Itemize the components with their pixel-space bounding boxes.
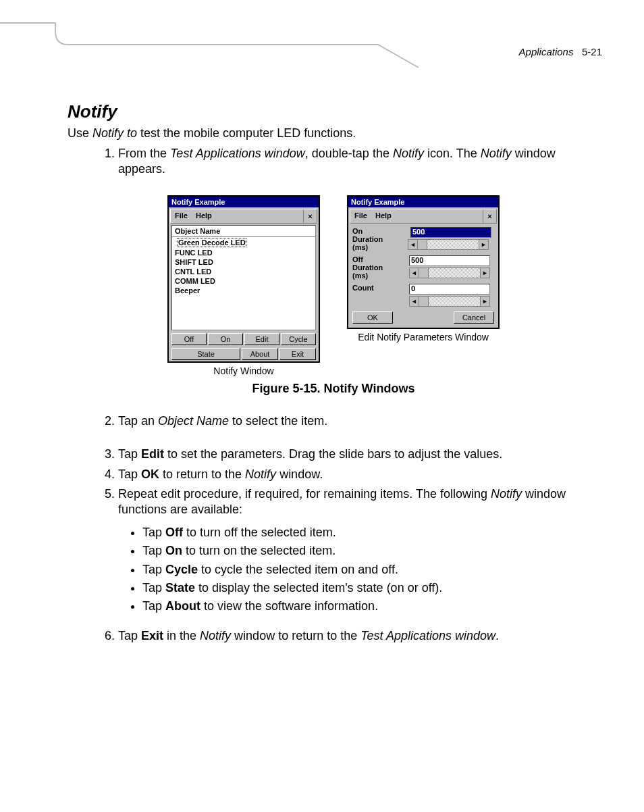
bullet-item: Tap About to view the software informati… bbox=[142, 599, 599, 614]
step-2: Tap an Object Name to select the item. bbox=[118, 413, 599, 429]
ok-button[interactable]: OK bbox=[352, 311, 393, 324]
arrow-right-icon[interactable]: ► bbox=[480, 297, 489, 306]
section-title: Notify bbox=[68, 101, 599, 122]
page-header-decor bbox=[0, 22, 644, 69]
list-item[interactable]: FUNC LED bbox=[172, 248, 315, 257]
slider[interactable]: ◄► bbox=[408, 239, 489, 250]
page-number: 5-21 bbox=[582, 46, 602, 57]
edit-params-window: Notify Example File Help × OnDuration(ms… bbox=[347, 195, 500, 330]
menubar: File Help × bbox=[350, 209, 497, 224]
slider[interactable]: ◄► bbox=[409, 296, 490, 307]
section-name: Applications bbox=[519, 46, 574, 57]
param-label: Count bbox=[352, 284, 406, 292]
arrow-left-icon[interactable]: ◄ bbox=[408, 240, 418, 249]
value-input[interactable]: 500 bbox=[409, 255, 490, 266]
object-list[interactable]: Object Name Green Decode LEDFUNC LEDSHIF… bbox=[171, 225, 316, 330]
close-icon[interactable]: × bbox=[483, 209, 496, 223]
menu-file[interactable]: File bbox=[171, 209, 192, 223]
param-row: Count0◄► bbox=[348, 282, 498, 309]
slider[interactable]: ◄► bbox=[409, 268, 490, 278]
figure-left-caption: Notify Window bbox=[167, 365, 320, 376]
menubar: File Help × bbox=[170, 209, 317, 224]
step-1: From the Test Applications window, doubl… bbox=[118, 146, 599, 178]
step-4: Tap OK to return to the Notify window. bbox=[118, 467, 599, 482]
param-label: OnDuration(ms) bbox=[352, 227, 405, 251]
arrow-right-icon[interactable]: ► bbox=[480, 268, 489, 278]
state-button[interactable]: State bbox=[171, 348, 240, 360]
page-header: Applications 5-21 bbox=[519, 46, 602, 57]
bullet-item: Tap Cycle to cycle the selected item on … bbox=[142, 562, 599, 578]
bullet-item: Tap Off to turn off the selected item. bbox=[142, 525, 599, 540]
intro-text: Use Notify to test the mobile computer L… bbox=[68, 126, 599, 141]
titlebar: Notify Example bbox=[169, 197, 319, 207]
on-button[interactable]: On bbox=[208, 333, 243, 345]
step-5: Repeat edit procedure, if required, for … bbox=[118, 486, 599, 615]
arrow-left-icon[interactable]: ◄ bbox=[410, 268, 419, 278]
off-button[interactable]: Off bbox=[171, 333, 207, 345]
edit-button[interactable]: Edit bbox=[244, 333, 279, 345]
value-input[interactable]: 500 bbox=[410, 227, 491, 238]
list-item[interactable]: Green Decode LED bbox=[172, 237, 315, 248]
menu-help[interactable]: Help bbox=[192, 209, 216, 223]
list-item[interactable]: Beeper bbox=[172, 286, 315, 295]
list-item[interactable]: SHIFT LED bbox=[172, 257, 315, 267]
value-input[interactable]: 0 bbox=[409, 284, 490, 295]
exit-button[interactable]: Exit bbox=[279, 348, 316, 360]
titlebar: Notify Example bbox=[348, 197, 498, 207]
menu-file[interactable]: File bbox=[350, 209, 371, 223]
list-header: Object Name bbox=[172, 226, 315, 237]
bullet-item: Tap On to turn on the selected item. bbox=[142, 543, 599, 559]
cycle-button[interactable]: Cycle bbox=[281, 333, 316, 345]
param-row: OffDuration(ms)500◄► bbox=[348, 253, 498, 282]
bullet-item: Tap State to display the selected item's… bbox=[142, 580, 599, 596]
arrow-left-icon[interactable]: ◄ bbox=[410, 297, 419, 306]
about-button[interactable]: About bbox=[242, 348, 278, 360]
list-item[interactable]: CNTL LED bbox=[172, 267, 315, 276]
param-row: OnDuration(ms)500◄► bbox=[348, 225, 498, 253]
notify-window: Notify Example File Help × Object Name G… bbox=[167, 195, 320, 363]
step-6: Tap Exit in the Notify window to return … bbox=[118, 628, 599, 644]
menu-help[interactable]: Help bbox=[371, 209, 396, 223]
figure-group: Notify Example File Help × Object Name G… bbox=[68, 195, 599, 376]
step-3: Tap Edit to set the parameters. Drag the… bbox=[118, 447, 599, 462]
arrow-right-icon[interactable]: ► bbox=[479, 240, 488, 249]
figure-right-caption: Edit Notify Parameters Window bbox=[347, 332, 500, 342]
param-label: OffDuration(ms) bbox=[352, 255, 406, 280]
close-icon[interactable]: × bbox=[303, 209, 317, 223]
list-item[interactable]: COMM LED bbox=[172, 276, 315, 286]
cancel-button[interactable]: Cancel bbox=[454, 311, 494, 324]
figure-title: Figure 5-15. Notify Windows bbox=[68, 382, 599, 396]
